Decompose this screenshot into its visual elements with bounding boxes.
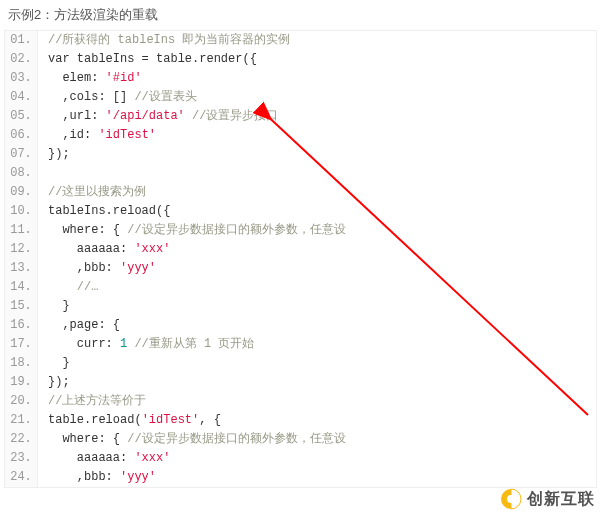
code-token: ,bbb: [48,470,120,484]
line-number: 02. [5,50,38,69]
code-token: ,id: [48,128,98,142]
code-line: 12. aaaaaa: 'xxx' [5,240,596,259]
code-token [185,109,192,123]
code-token: //上述方法等价于 [48,394,146,408]
code-token: } [48,356,70,370]
code-block: 01.//所获得的 tableIns 即为当前容器的实例02.var table… [4,30,597,488]
code-source [38,164,55,183]
code-line: 24. ,bbb: 'yyy' [5,468,596,487]
code-token: where: { [48,223,127,237]
code-line: 07.}); [5,145,596,164]
watermark: 创新互联 [499,487,595,511]
code-token: ,page: { [48,318,120,332]
code-line: 16. ,page: { [5,316,596,335]
code-source: table.reload('idTest', { [38,411,221,430]
code-token: 'idTest' [142,413,200,427]
code-line: 13. ,bbb: 'yyy' [5,259,596,278]
code-token: curr: [48,337,120,351]
line-number: 03. [5,69,38,88]
code-token: //设定异步数据接口的额外参数，任意设 [127,432,345,446]
line-number: 21. [5,411,38,430]
line-number: 14. [5,278,38,297]
code-token: '/api/data' [106,109,185,123]
line-number: 18. [5,354,38,373]
line-number: 06. [5,126,38,145]
line-number: 23. [5,449,38,468]
line-number: 12. [5,240,38,259]
code-source: //… [38,278,98,297]
code-source: ,page: { [38,316,120,335]
line-number: 11. [5,221,38,240]
code-source: ,id: 'idTest' [38,126,156,145]
code-line: 20.//上述方法等价于 [5,392,596,411]
code-source: aaaaaa: 'xxx' [38,449,170,468]
code-token: ,url: [48,109,106,123]
code-token: where: { [48,432,127,446]
code-source: curr: 1 //重新从第 1 页开始 [38,335,254,354]
line-number: 16. [5,316,38,335]
code-source: where: { //设定异步数据接口的额外参数，任意设 [38,221,346,240]
line-number: 22. [5,430,38,449]
code-token: ,cols: [] [48,90,134,104]
code-line: 18. } [5,354,596,373]
code-token [48,166,55,180]
code-token: , { [199,413,221,427]
code-line: 22. where: { //设定异步数据接口的额外参数，任意设 [5,430,596,449]
code-token: }); [48,375,70,389]
line-number: 13. [5,259,38,278]
line-number: 20. [5,392,38,411]
code-token: //… [48,280,98,294]
code-source: }); [38,373,70,392]
code-token: 'idTest' [98,128,156,142]
code-source: ,bbb: 'yyy' [38,468,156,487]
code-token: ,bbb: [48,261,120,275]
code-line: 17. curr: 1 //重新从第 1 页开始 [5,335,596,354]
line-number: 17. [5,335,38,354]
code-token: table.reload( [48,413,142,427]
code-token: 'yyy' [120,261,156,275]
code-source: }); [38,145,70,164]
code-line: 09.//这里以搜索为例 [5,183,596,202]
code-token: //设置异步接口 [192,109,278,123]
code-line: 10.tableIns.reload({ [5,202,596,221]
code-source: ,url: '/api/data' //设置异步接口 [38,107,278,126]
code-token: tableIns.reload({ [48,204,170,218]
code-token: }); [48,147,70,161]
code-line: 23. aaaaaa: 'xxx' [5,449,596,468]
line-number: 15. [5,297,38,316]
line-number: 04. [5,88,38,107]
code-line: 19.}); [5,373,596,392]
line-number: 10. [5,202,38,221]
code-token: var [48,52,70,66]
code-token: aaaaaa: [48,242,134,256]
code-source: //所获得的 tableIns 即为当前容器的实例 [38,31,290,50]
code-line: 15. } [5,297,596,316]
code-source: aaaaaa: 'xxx' [38,240,170,259]
code-line: 05. ,url: '/api/data' //设置异步接口 [5,107,596,126]
svg-point-1 [507,495,515,503]
watermark-text: 创新互联 [527,489,595,510]
code-token: //设置表头 [134,90,196,104]
code-line: 02.var tableIns = table.render({ [5,50,596,69]
code-source: tableIns.reload({ [38,202,170,221]
code-token: '#id' [106,71,142,85]
code-token: //所获得的 tableIns 即为当前容器的实例 [48,33,290,47]
code-line: 14. //… [5,278,596,297]
code-line: 01.//所获得的 tableIns 即为当前容器的实例 [5,31,596,50]
line-number: 08. [5,164,38,183]
code-token: 'yyy' [120,470,156,484]
code-source: elem: '#id' [38,69,142,88]
code-line: 21.table.reload('idTest', { [5,411,596,430]
line-number: 05. [5,107,38,126]
screenshot-root: 示例2：方法级渲染的重载 01.//所获得的 tableIns 即为当前容器的实… [0,0,601,517]
code-source: //上述方法等价于 [38,392,146,411]
code-line: 04. ,cols: [] //设置表头 [5,88,596,107]
code-token: tableIns = table.render({ [70,52,257,66]
line-number: 19. [5,373,38,392]
code-token: 'xxx' [134,451,170,465]
watermark-c-icon [499,487,523,511]
code-token: elem: [48,71,106,85]
code-source: ,bbb: 'yyy' [38,259,156,278]
code-source: } [38,354,70,373]
code-source: ,cols: [] //设置表头 [38,88,197,107]
